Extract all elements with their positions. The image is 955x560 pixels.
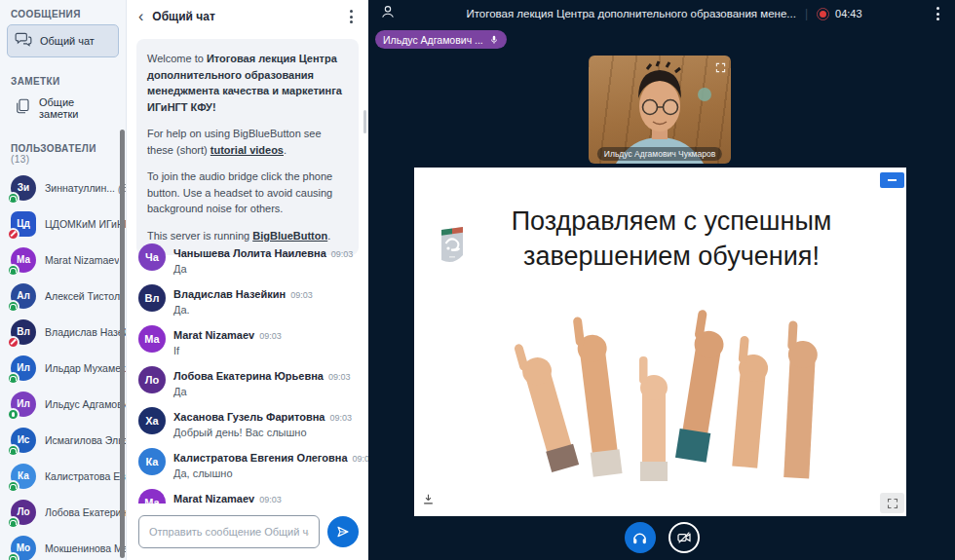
avatar: Ка: [138, 448, 166, 475]
user-name: Ильдар Мухамет...: [45, 362, 126, 374]
user-status-badge: [7, 408, 19, 421]
sidebar-item-public-chat[interactable]: Общий чат: [7, 24, 119, 57]
user-list-item[interactable]: Зи Зиннатуллин... (Вы): [0, 169, 126, 205]
user-status-badge: [7, 480, 19, 493]
webcam-fullscreen-icon[interactable]: [715, 59, 726, 77]
avatar-initials: Зи: [18, 182, 29, 193]
chat-options-icon[interactable]: [346, 8, 357, 25]
leave-audio-button[interactable]: [625, 522, 656, 553]
user-list-item[interactable]: Ил Ильдар Мухамет...: [0, 350, 126, 386]
divider: |: [805, 7, 808, 20]
presentation-slide: Поздравляем с успешным завершением обуче…: [414, 168, 906, 516]
chat-message-time: 09:03: [353, 454, 368, 464]
slide-fullscreen-button[interactable]: [880, 493, 904, 513]
user-person-icon[interactable]: [380, 4, 396, 23]
chat-message-time: 09:03: [290, 290, 313, 300]
sidebar-item-shared-notes[interactable]: Общие заметки: [7, 92, 119, 125]
avatar-initials: Ма: [17, 254, 30, 265]
user-list-item[interactable]: Ло Лобова Екатерин...: [0, 494, 126, 530]
meeting-title: Итоговая лекция Центра дополнительного о…: [466, 8, 796, 19]
bbb-app: СООБЩЕНИЯ Общий чат ЗАМЕТКИ Общие заметк…: [0, 0, 955, 560]
avatar: Зи: [11, 175, 36, 201]
record-dot-icon: [817, 8, 829, 20]
download-presentation-icon[interactable]: [422, 492, 435, 509]
chat-title: Общий чат: [152, 10, 214, 23]
chat-message-list: Ча Чанышева Лолита Наилевна09:03 Да Вл В…: [127, 239, 368, 504]
user-name: Ильдус Адгамови...: [45, 398, 126, 410]
chat-message-text: Да: [173, 263, 353, 275]
chat-back-icon[interactable]: ‹: [138, 9, 143, 24]
sidebar-item-label: Общие заметки: [39, 96, 112, 120]
chat-message: Ма Marat Nizamaev09:03 да: [127, 484, 368, 504]
chat-input-row: [138, 515, 359, 548]
chat-message-time: 09:03: [328, 372, 351, 382]
slide-title: Поздравляем с успешным завершением обуче…: [458, 205, 885, 275]
webcam-tile: Ильдус Адгамович Чукмаров: [589, 56, 731, 164]
avatar-initials: Ал: [17, 290, 30, 301]
tutorial-videos-link[interactable]: tutorial videos: [210, 144, 284, 156]
avatar: Ил: [11, 392, 36, 417]
chat-scrollbar[interactable]: [363, 110, 366, 133]
user-list-item[interactable]: Ма Marat Nizamaev: [0, 242, 126, 278]
chat-bubbles-icon: [15, 30, 32, 52]
user-list-item[interactable]: Ис Исмагилова Эльза: [0, 422, 126, 458]
avatar: Мо: [11, 536, 36, 560]
chat-message-text: If: [173, 345, 282, 356]
avatar: Ма: [138, 325, 166, 353]
avatar: Ма: [138, 489, 166, 504]
messages-header: СООБЩЕНИЯ: [0, 0, 126, 24]
send-message-button[interactable]: [327, 516, 359, 547]
microphone-icon: [489, 34, 499, 46]
chat-header: ‹ Общий чат: [127, 0, 368, 31]
avatar: Ло: [11, 500, 36, 525]
chat-panel: ‹ Общий чат Welcome to Итоговая лекция Ц…: [127, 0, 368, 560]
user-list-scrollbar[interactable]: [120, 130, 125, 558]
talking-indicator[interactable]: Ильдус Адгамович ...: [375, 30, 507, 49]
user-list-item[interactable]: Ка Калистратова Евг...: [0, 458, 126, 494]
options-menu-icon[interactable]: [933, 5, 943, 22]
chat-message-text: Да: [173, 386, 351, 397]
user-status-badge: [7, 336, 19, 349]
users-header: ПОЛЬЗОВАТЕЛИ (13): [0, 134, 126, 169]
chat-message-time: 09:03: [259, 495, 282, 504]
chat-message-author: Владислав Назейкин09:03: [173, 288, 313, 300]
avatar: Цд: [11, 211, 36, 237]
webcam-user-label: Ильдус Адгамович Чукмаров: [597, 147, 722, 161]
user-name: Marat Nizamaev: [45, 254, 119, 266]
avatar: Ча: [138, 243, 166, 271]
user-name: Лобова Екатерин...: [45, 506, 126, 518]
avatar: Вл: [11, 319, 36, 345]
user-list-item[interactable]: Вл Владислав Назей...: [0, 314, 126, 350]
avatar-initials: Вл: [17, 326, 30, 337]
recording-time: 04:43: [835, 8, 862, 19]
top-bar: Итоговая лекция Центра дополнительного о…: [368, 0, 955, 27]
user-list-item[interactable]: Мо Мокшенинова Ма...: [0, 530, 126, 560]
chat-message-text: Да.: [173, 304, 313, 316]
avatar: Ис: [11, 428, 36, 453]
chat-message-text: Да, слышно: [173, 467, 368, 479]
avatar: Ил: [11, 355, 36, 381]
chat-message-time: 09:03: [259, 331, 282, 341]
user-status-badge: [7, 516, 19, 529]
chat-message-input[interactable]: [138, 515, 320, 548]
share-webcam-button[interactable]: [668, 522, 700, 553]
user-status-badge: [7, 444, 19, 457]
user-status-badge: [7, 192, 19, 205]
recording-indicator[interactable]: 04:43: [817, 8, 862, 20]
user-list: Зи Зиннатуллин... (Вы) Цд ЦДОМКиМ ИГиНГТ: [0, 169, 126, 560]
chat-message-time: 09:03: [331, 249, 354, 259]
user-list-item[interactable]: Цд ЦДОМКиМ ИГиНГТ: [0, 205, 126, 242]
minimize-presentation-button[interactable]: [880, 172, 904, 188]
user-name: Калистратова Евг...: [45, 470, 126, 482]
notes-header: ЗАМЕТКИ: [0, 67, 126, 92]
avatar-initials: Ис: [18, 434, 30, 445]
sidebar-item-label: Общий чат: [40, 35, 95, 47]
talking-indicator-label: Ильдус Адгамович ...: [383, 34, 483, 46]
avatar: Вл: [138, 284, 166, 312]
avatar: Ло: [138, 366, 166, 393]
user-list-item[interactable]: Ал Алексей Тистол: [0, 278, 126, 314]
user-status-badge: [7, 264, 19, 277]
main-area: Итоговая лекция Центра дополнительного о…: [368, 0, 955, 560]
webcam-off-icon: [676, 530, 692, 545]
user-list-item[interactable]: Ил Ильдус Адгамови...: [0, 386, 126, 422]
